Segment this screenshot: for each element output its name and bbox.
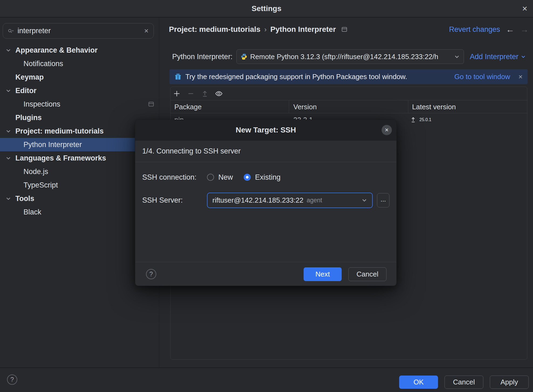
chevron-down-icon bbox=[5, 47, 11, 53]
chevron-down-icon bbox=[361, 197, 367, 203]
chevron-down-icon bbox=[5, 88, 11, 94]
column-divider bbox=[408, 100, 408, 113]
add-interpreter-label: Add Interpreter bbox=[470, 53, 518, 61]
banner-message: Try the redesigned packaging support in … bbox=[185, 73, 407, 81]
sidebar-item-label: Notifications bbox=[23, 60, 63, 68]
ok-button[interactable]: OK bbox=[399, 376, 438, 389]
ssh-connection-label: SSH connection: bbox=[142, 173, 207, 182]
packaging-banner: Try the redesigned packaging support in … bbox=[169, 69, 528, 84]
upgrade-arrow-icon[interactable] bbox=[410, 116, 417, 123]
bottom-bar: ? OK Cancel Apply bbox=[0, 367, 533, 392]
sidebar-item-label: Project: medium-tutorials bbox=[15, 127, 104, 135]
sidebar-item-label: Plugins bbox=[15, 114, 42, 122]
window-title: Settings bbox=[252, 4, 281, 13]
ssh-connection-row: SSH connection: New Existing bbox=[142, 171, 389, 184]
window-panel-icon[interactable] bbox=[341, 26, 348, 33]
dialog-cancel-button[interactable]: Cancel bbox=[348, 267, 386, 281]
interpreter-select[interactable]: Remote Python 3.12.3 (sftp://riftuser@14… bbox=[236, 49, 464, 64]
radio-new[interactable]: New bbox=[207, 173, 233, 182]
radio-circle[interactable] bbox=[207, 174, 214, 181]
header-actions: Revert changes ← → bbox=[449, 25, 529, 34]
python-icon bbox=[240, 53, 247, 60]
search-input[interactable] bbox=[18, 27, 144, 35]
dialog-footer: ? Next Cancel bbox=[135, 262, 396, 286]
sidebar-item-label: Keymap bbox=[15, 73, 44, 81]
sidebar-item-label: Black bbox=[23, 208, 41, 216]
interpreter-value: Remote Python 3.12.3 (sftp://riftuser@14… bbox=[250, 53, 451, 61]
breadcrumb-page: Python Interpreter bbox=[270, 25, 336, 34]
chevron-down-icon bbox=[5, 128, 11, 134]
breadcrumb: Project: medium-tutorials › Python Inter… bbox=[169, 23, 529, 35]
interpreter-label: Python Interpreter: bbox=[172, 53, 236, 61]
column-header-latest-version[interactable]: Latest version bbox=[412, 103, 456, 111]
sidebar-item-notifications[interactable]: Notifications bbox=[0, 57, 159, 70]
package-latest-version: 25.0.1 bbox=[410, 116, 431, 123]
sidebar-item-label: Languages & Frameworks bbox=[15, 154, 106, 162]
gift-icon bbox=[174, 73, 182, 80]
show-early-releases-eye-icon[interactable] bbox=[215, 90, 223, 98]
next-button[interactable]: Next bbox=[304, 267, 342, 281]
sidebar-item-label: Appearance & Behavior bbox=[15, 46, 98, 54]
ssh-server-value: riftuser@142.214.185.233:22 bbox=[212, 196, 303, 204]
new-target-ssh-dialog: New Target: SSH ✕ 1/4. Connecting to SSH… bbox=[135, 120, 397, 286]
sidebar-item-label: Tools bbox=[15, 195, 34, 203]
dialog-title: New Target: SSH bbox=[236, 126, 296, 134]
chevron-down-icon bbox=[5, 155, 11, 161]
sidebar-item-appearance-behavior[interactable]: Appearance & Behavior bbox=[0, 43, 159, 57]
radio-new-label: New bbox=[218, 173, 233, 182]
column-divider bbox=[289, 100, 289, 113]
packages-table-header: Package Version Latest version bbox=[171, 100, 527, 113]
radio-existing-label: Existing bbox=[255, 173, 281, 182]
ssh-server-select[interactable]: riftuser@142.214.185.233:22 agent bbox=[207, 193, 373, 208]
banner-close-icon[interactable]: ✕ bbox=[518, 74, 523, 80]
add-package-icon[interactable] bbox=[173, 90, 181, 98]
sidebar-item-label: Python Interpreter bbox=[23, 141, 82, 149]
window-panel-icon bbox=[148, 101, 155, 108]
search-icon bbox=[8, 28, 14, 34]
column-header-package[interactable]: Package bbox=[174, 103, 202, 111]
ssh-server-agent-badge: agent bbox=[307, 197, 322, 204]
breadcrumb-separator-icon: › bbox=[264, 25, 267, 34]
revert-changes-link[interactable]: Revert changes bbox=[449, 25, 500, 34]
window-close-icon[interactable]: ✕ bbox=[522, 5, 528, 12]
cancel-button[interactable]: Cancel bbox=[444, 376, 483, 389]
forward-arrow-icon: → bbox=[520, 25, 529, 34]
chevron-down-icon bbox=[521, 54, 526, 59]
chevron-down-icon bbox=[454, 54, 460, 60]
add-interpreter-button[interactable]: Add Interpreter bbox=[470, 53, 526, 61]
sidebar-item-keymap[interactable]: Keymap bbox=[0, 70, 159, 84]
back-arrow-icon[interactable]: ← bbox=[506, 25, 514, 34]
interpreter-row: Python Interpreter: Remote Python 3.12.3… bbox=[172, 49, 527, 64]
footer-buttons: OK Cancel Apply bbox=[399, 376, 529, 389]
settings-window: Settings ✕ ✕ Appearance & Behavior Notif… bbox=[0, 0, 533, 392]
chevron-down-icon bbox=[5, 196, 11, 202]
radio-circle[interactable] bbox=[244, 174, 251, 181]
breadcrumb-project[interactable]: Project: medium-tutorials bbox=[169, 25, 260, 34]
apply-button[interactable]: Apply bbox=[490, 376, 529, 389]
sidebar-item-inspections[interactable]: Inspections bbox=[0, 97, 159, 111]
go-to-tool-window-link[interactable]: Go to tool window bbox=[454, 73, 510, 81]
title-bar: Settings ✕ bbox=[0, 0, 533, 18]
clear-search-icon[interactable]: ✕ bbox=[144, 28, 149, 34]
ssh-server-row: SSH Server: riftuser@142.214.185.233:22 … bbox=[142, 192, 389, 208]
sidebar-item-label: Editor bbox=[15, 87, 36, 95]
search-box[interactable]: ✕ bbox=[3, 23, 154, 39]
ssh-server-label: SSH Server: bbox=[142, 196, 207, 204]
dialog-close-button[interactable]: ✕ bbox=[382, 125, 392, 135]
dialog-step-label: 1/4. Connecting to SSH server bbox=[135, 141, 396, 162]
sidebar-item-label: TypeScript bbox=[23, 181, 58, 189]
sidebar-item-label: Inspections bbox=[23, 100, 60, 108]
dialog-help-button[interactable]: ? bbox=[146, 269, 156, 279]
help-button[interactable]: ? bbox=[7, 374, 17, 385]
dialog-header[interactable]: New Target: SSH ✕ bbox=[135, 120, 396, 141]
radio-dot bbox=[246, 176, 249, 179]
dialog-buttons: Next Cancel bbox=[304, 267, 386, 281]
sidebar-item-label: Node.js bbox=[23, 168, 48, 176]
sidebar-item-editor[interactable]: Editor bbox=[0, 84, 159, 97]
browse-servers-button[interactable]: ... bbox=[377, 193, 389, 207]
radio-existing[interactable]: Existing bbox=[244, 173, 281, 182]
column-header-version[interactable]: Version bbox=[293, 103, 317, 111]
latest-version-value: 25.0.1 bbox=[419, 117, 431, 122]
packages-toolbar bbox=[171, 87, 527, 100]
upgrade-package-icon bbox=[201, 90, 209, 98]
